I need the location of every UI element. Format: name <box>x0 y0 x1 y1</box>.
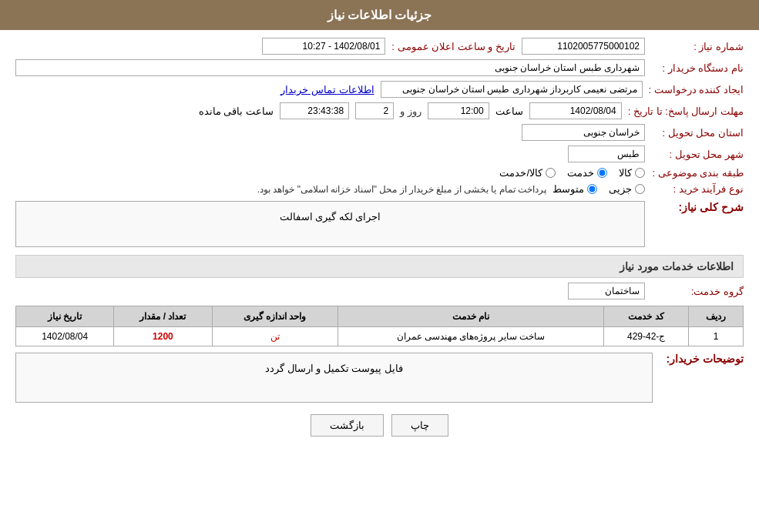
service-group-label: گروه خدمت: <box>651 286 744 297</box>
purchase-jozii[interactable]: جزیی <box>609 183 645 195</box>
purchase-type-radio-group: جزیی متوسط <box>552 183 645 195</box>
buyer-description-value: فایل پیوست تکمیل و ارسال گردد <box>21 356 647 380</box>
niaz-number-row: شماره نیاز : تاریخ و ساعت اعلان عمومی : <box>15 38 744 55</box>
purchase-notice: پرداخت تمام یا بخشی از مبلغ خریدار از مح… <box>257 184 546 195</box>
buyer-description-label: توضیحات خریدار: <box>659 353 744 365</box>
niaz-number-label: شماره نیاز : <box>651 41 744 52</box>
description-row: شرح کلی نیاز: اجرای لکه گیری اسفالت <box>15 201 744 247</box>
announcement-date-label: تاریخ و ساعت اعلان عمومی : <box>391 41 516 52</box>
col-measurement-unit: واحد اندازه گیری <box>212 306 338 327</box>
niaz-number-input[interactable] <box>522 38 645 55</box>
buyer-org-row: نام دستگاه خریدار : <box>15 59 744 76</box>
back-button[interactable]: بازگشت <box>311 414 384 437</box>
creator-label: ایجاد کننده درخواست : <box>649 84 744 95</box>
remaining-label: ساعت باقی مانده <box>199 105 274 117</box>
col-row-num: ردیف <box>688 306 743 327</box>
city-input[interactable] <box>568 146 645 162</box>
services-section-header: اطلاعات خدمات مورد نیاز <box>15 255 744 278</box>
buyer-description-box: فایل پیوست تکمیل و ارسال گردد <box>15 353 653 403</box>
announcement-date-input[interactable] <box>262 38 385 55</box>
category-row: طبقه بندی موضوعی : کالا خدمت کالا/خدمت <box>15 167 744 179</box>
creator-input[interactable] <box>381 81 643 98</box>
col-quantity: تعداد / مقدار <box>114 306 212 327</box>
page-title: جزئیات اطلاعات نیاز <box>327 8 432 22</box>
content-area: شماره نیاز : تاریخ و ساعت اعلان عمومی : … <box>0 30 759 456</box>
deadline-remaining-input[interactable] <box>280 102 349 119</box>
buyer-description-wrapper: فایل پیوست تکمیل و ارسال گردد <box>15 353 653 403</box>
description-value: اجرای لکه گیری اسفالت <box>21 205 640 229</box>
page-header: جزئیات اطلاعات نیاز <box>0 0 759 30</box>
description-box-wrapper: اجرای لکه گیری اسفالت <box>15 201 645 247</box>
province-input[interactable] <box>522 124 645 141</box>
cell-service-code: ج-42-429 <box>604 327 689 346</box>
table-row: 1 ج-42-429 ساخت سایر پروژه‌های مهندسی عم… <box>16 327 744 346</box>
buyer-description-row: توضیحات خریدار: فایل پیوست تکمیل و ارسال… <box>15 353 744 403</box>
cell-row-num: 1 <box>688 327 743 346</box>
deadline-label: مهلت ارسال پاسخ: تا تاریخ : <box>628 105 744 117</box>
buyer-org-input[interactable] <box>15 59 645 76</box>
city-row: شهر محل تحویل : <box>15 146 744 162</box>
deadline-date-input[interactable] <box>529 102 622 119</box>
time-label: ساعت <box>495 105 523 117</box>
category-label: طبقه بندی موضوعی : <box>651 167 744 179</box>
buyer-org-label: نام دستگاه خریدار : <box>651 62 744 74</box>
creator-row: ایجاد کننده درخواست : اطلاعات تماس خریدا… <box>15 81 744 98</box>
category-kala[interactable]: کالا <box>619 167 645 179</box>
purchase-motavasset[interactable]: متوسط <box>552 183 597 195</box>
cell-measurement-unit: تن <box>212 327 338 346</box>
description-label: شرح کلی نیاز: <box>651 201 744 213</box>
col-service-name: نام خدمت <box>338 306 604 327</box>
contact-link[interactable]: اطلاعات تماس خریدار <box>280 84 374 95</box>
footer-buttons: چاپ بازگشت <box>15 414 744 437</box>
purchase-type-label: نوع فرآیند خرید : <box>651 183 744 195</box>
services-table: ردیف کد خدمت نام خدمت واحد اندازه گیری ت… <box>15 306 744 346</box>
category-radio-group: کالا خدمت کالا/خدمت <box>499 167 645 179</box>
province-row: استان محل تحویل : <box>15 124 744 141</box>
category-kala-khedmat[interactable]: کالا/خدمت <box>499 167 556 179</box>
deadline-days-input[interactable] <box>355 102 394 119</box>
deadline-time-input[interactable] <box>428 102 489 119</box>
purchase-type-row: نوع فرآیند خرید : جزیی متوسط پرداخت تمام… <box>15 183 744 195</box>
cell-service-name: ساخت سایر پروژه‌های مهندسی عمران <box>338 327 604 346</box>
col-service-code: کد خدمت <box>604 306 689 327</box>
cell-date: 1402/08/04 <box>16 327 114 346</box>
days-label: روز و <box>400 105 421 117</box>
deadline-row: مهلت ارسال پاسخ: تا تاریخ : ساعت روز و س… <box>15 102 744 119</box>
city-label: شهر محل تحویل : <box>651 149 744 160</box>
print-button[interactable]: چاپ <box>391 414 448 437</box>
province-label: استان محل تحویل : <box>651 127 744 139</box>
service-group-input[interactable] <box>568 283 645 299</box>
table-header-row: ردیف کد خدمت نام خدمت واحد اندازه گیری ت… <box>16 306 744 327</box>
cell-quantity: 1200 <box>114 327 212 346</box>
description-box: اجرای لکه گیری اسفالت <box>15 201 645 247</box>
col-date: تاریخ نیاز <box>16 306 114 327</box>
page-wrapper: جزئیات اطلاعات نیاز شماره نیاز : تاریخ و… <box>0 0 759 532</box>
service-group-row: گروه خدمت: <box>15 283 744 299</box>
category-khedmat[interactable]: خدمت <box>567 167 607 179</box>
